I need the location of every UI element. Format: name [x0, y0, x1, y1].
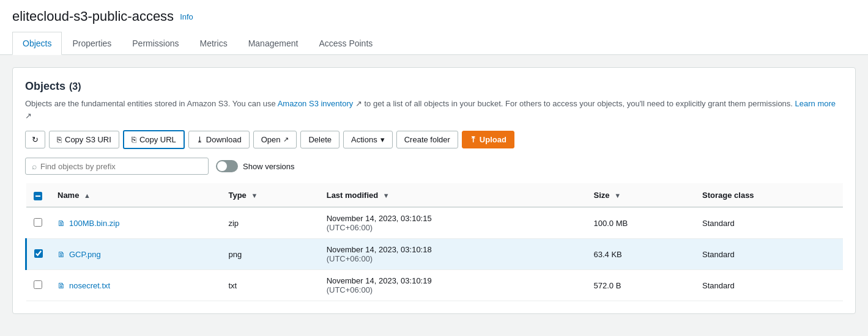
- inventory-link[interactable]: Amazon S3 inventory: [278, 99, 354, 108]
- actions-chevron-icon: ▾: [380, 135, 385, 144]
- show-versions-toggle[interactable]: [216, 160, 238, 172]
- refresh-button[interactable]: ↻: [25, 131, 45, 148]
- learn-more-link[interactable]: Learn more: [795, 99, 836, 108]
- panel-desc-text1: Objects are the fundamental entities sto…: [25, 99, 278, 108]
- row-checkbox-0[interactable]: [34, 218, 42, 227]
- col-header-last-modified[interactable]: Last modified ▼: [319, 183, 587, 207]
- table-row: 🗎 100MB.bin.zip zip November 14, 2023, 0…: [26, 207, 844, 239]
- top-bar: elitecloud-s3-public-access Info Objects…: [0, 0, 868, 55]
- row-modified-0: November 14, 2023, 03:10:15(UTC+06:00): [319, 207, 587, 239]
- row-size-2: 572.0 B: [587, 270, 696, 301]
- show-versions-wrapper: Show versions: [216, 160, 295, 172]
- open-button[interactable]: Open ↗: [253, 131, 297, 148]
- row-type-1: png: [221, 239, 319, 270]
- row-checkbox-cell-2[interactable]: [26, 270, 51, 301]
- show-versions-label: Show versions: [243, 162, 295, 171]
- name-sort-icon: ▲: [84, 192, 91, 199]
- file-icon-2: 🗎: [57, 281, 65, 290]
- row-storage-class-0: Standard: [695, 207, 843, 239]
- copy-url-icon: ⎘: [132, 135, 136, 144]
- tab-properties[interactable]: Properties: [62, 32, 122, 55]
- toolbar: ↻ ⎘ Copy S3 URI ⎘ Copy URL ⤓ Download Op…: [25, 130, 843, 149]
- file-icon-1: 🗎: [57, 250, 65, 259]
- row-storage-class-1: Standard: [695, 239, 843, 270]
- row-checkbox-1[interactable]: [34, 249, 43, 258]
- file-link-1[interactable]: GCP.png: [69, 250, 101, 259]
- download-icon: ⤓: [196, 135, 203, 144]
- col-header-type[interactable]: Type ▼: [221, 183, 319, 207]
- tab-permissions[interactable]: Permissions: [122, 32, 189, 55]
- row-size-1: 63.4 KB: [587, 239, 696, 270]
- table-row: 🗎 GCP.png png November 14, 2023, 03:10:1…: [26, 239, 844, 270]
- search-icon: ⌕: [32, 161, 37, 171]
- copy-uri-icon: ⎘: [57, 135, 62, 144]
- size-sort-icon: ▼: [614, 192, 621, 199]
- select-all-header[interactable]: [26, 183, 51, 207]
- file-icon-0: 🗎: [57, 219, 65, 228]
- search-wrapper: ⌕: [25, 158, 209, 175]
- copy-url-button[interactable]: ⎘ Copy URL: [123, 130, 185, 149]
- objects-table: Name ▲ Type ▼ Last modified ▼ Size ▼: [25, 183, 843, 301]
- panel-title: Objects: [25, 80, 65, 93]
- type-sort-icon: ▼: [251, 192, 258, 199]
- row-size-0: 100.0 MB: [587, 207, 696, 239]
- row-type-0: zip: [221, 207, 319, 239]
- copy-s3-uri-button[interactable]: ⎘ Copy S3 URI: [49, 131, 119, 148]
- tab-bar: Objects Properties Permissions Metrics M…: [12, 32, 856, 54]
- actions-button[interactable]: Actions ▾: [343, 131, 393, 148]
- create-folder-button[interactable]: Create folder: [396, 131, 458, 148]
- row-checkbox-cell-1[interactable]: [26, 239, 51, 270]
- objects-panel: Objects (3) Objects are the fundamental …: [12, 67, 856, 314]
- row-storage-class-2: Standard: [695, 270, 843, 301]
- row-name-0: 🗎 100MB.bin.zip: [50, 207, 221, 239]
- upload-icon: ⤒: [470, 135, 477, 144]
- row-checkbox-cell-0[interactable]: [26, 207, 51, 239]
- col-header-size[interactable]: Size ▼: [587, 183, 696, 207]
- indeterminate-checkbox[interactable]: [34, 192, 42, 200]
- row-modified-1: November 14, 2023, 03:10:18(UTC+06:00): [319, 239, 587, 270]
- search-bar: ⌕ Show versions: [25, 158, 843, 175]
- row-name-2: 🗎 nosecret.txt: [50, 270, 221, 301]
- last-modified-sort-icon: ▼: [383, 192, 390, 199]
- delete-button[interactable]: Delete: [300, 131, 339, 148]
- toggle-knob: [217, 161, 227, 171]
- download-button[interactable]: ⤓ Download: [188, 131, 250, 148]
- upload-button[interactable]: ⤒ Upload: [462, 131, 514, 148]
- panel-description: Objects are the fundamental entities sto…: [25, 98, 843, 122]
- tab-management[interactable]: Management: [238, 32, 309, 55]
- panel-count: (3): [69, 81, 81, 92]
- tab-access-points[interactable]: Access Points: [308, 32, 383, 55]
- file-link-2[interactable]: nosecret.txt: [69, 281, 110, 290]
- panel-desc-text2: to get a list of all objects in your buc…: [362, 99, 793, 108]
- row-modified-2: November 14, 2023, 03:10:19(UTC+06:00): [319, 270, 587, 301]
- table-row: 🗎 nosecret.txt txt November 14, 2023, 03…: [26, 270, 844, 301]
- tab-metrics[interactable]: Metrics: [190, 32, 238, 55]
- col-header-storage-class: Storage class: [695, 183, 843, 207]
- col-header-name[interactable]: Name ▲: [50, 183, 221, 207]
- bucket-name: elitecloud-s3-public-access: [12, 9, 174, 24]
- open-external-icon: ↗: [283, 136, 289, 144]
- main-content: Objects (3) Objects are the fundamental …: [0, 55, 868, 326]
- file-link-0[interactable]: 100MB.bin.zip: [69, 219, 119, 228]
- table-body: 🗎 100MB.bin.zip zip November 14, 2023, 0…: [26, 207, 844, 301]
- row-name-1: 🗎 GCP.png: [50, 239, 221, 270]
- row-type-2: txt: [221, 270, 319, 301]
- tab-objects[interactable]: Objects: [12, 32, 62, 55]
- row-checkbox-2[interactable]: [34, 280, 42, 289]
- bucket-title-row: elitecloud-s3-public-access Info: [12, 9, 856, 32]
- search-input[interactable]: [40, 162, 202, 171]
- table-header: Name ▲ Type ▼ Last modified ▼ Size ▼: [26, 183, 844, 207]
- info-link[interactable]: Info: [180, 12, 193, 21]
